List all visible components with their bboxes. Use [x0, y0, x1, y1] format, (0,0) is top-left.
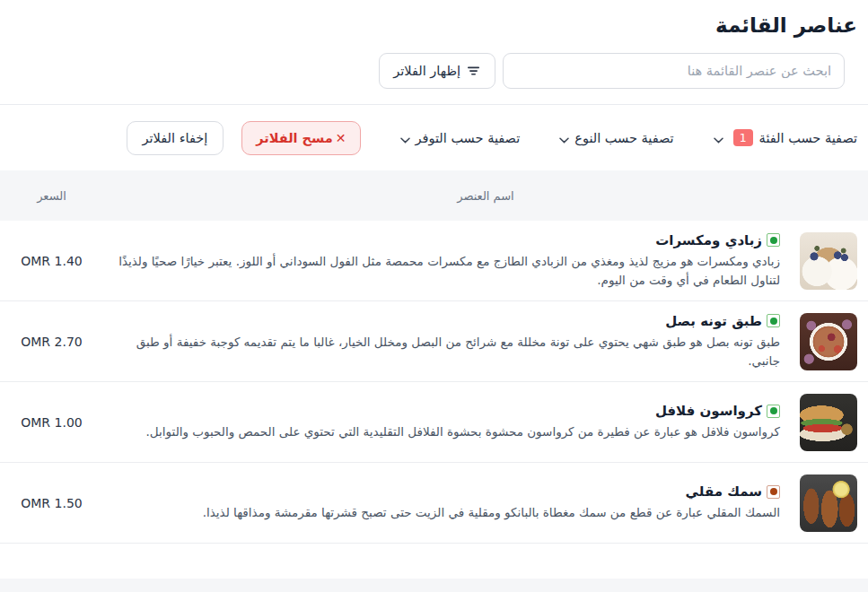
menu-items-page: عناصر القائمة إظهار الفلاتر تصفية حسب ال…	[0, 0, 868, 592]
fried-fish-photo	[800, 474, 857, 532]
item-price-cell: OMR 2.70	[0, 335, 103, 349]
filter-type-dropdown[interactable]: تصفية حسب النوع	[559, 130, 673, 146]
close-icon: ✕	[336, 132, 346, 144]
filter-bar: تصفية حسب الفئة 1 تصفية حسب النوع تصفية …	[0, 104, 868, 170]
veg-indicator-icon	[767, 405, 780, 418]
tuna-onion-dish-photo	[800, 313, 857, 370]
item-title-line: طبق تونه بصل	[114, 313, 780, 329]
item-price: OMR 2.70	[21, 335, 82, 349]
menu-items-list: زبادي ومكسرات زبادي ومكسرات هو مزيج لذيذ…	[0, 221, 868, 544]
item-name: طبق تونه بصل	[665, 313, 762, 329]
filter-availability-label: تصفية حسب التوفر	[416, 131, 521, 145]
non-veg-indicator-icon	[767, 485, 780, 499]
category-filter-count-badge: 1	[733, 129, 753, 147]
item-name: زبادي ومكسرات	[655, 232, 762, 248]
item-price-cell: OMR 1.00	[0, 415, 103, 430]
clear-filters-label: مسح الفلاتر	[256, 131, 333, 145]
item-price: OMR 1.00	[21, 415, 82, 430]
table-row[interactable]: كرواسون فلافل كرواسون فلافل هو عبارة عن …	[0, 382, 868, 463]
table-header-row: اسم العنصر السعر	[0, 170, 868, 221]
show-filters-label: إظهار الفلاتر	[393, 64, 460, 78]
item-description: طبق تونه بصل هو طبق شهي يحتوي على تونة م…	[114, 333, 780, 370]
item-price: OMR 1.50	[21, 496, 82, 510]
filter-category-dropdown[interactable]: تصفية حسب الفئة 1	[714, 129, 857, 147]
chevron-down-icon	[714, 132, 723, 146]
table-row[interactable]: زبادي ومكسرات زبادي ومكسرات هو مزيج لذيذ…	[0, 221, 868, 301]
item-text-block: كرواسون فلافل كرواسون فلافل هو عبارة عن …	[114, 403, 780, 441]
filter-lines-icon	[467, 65, 481, 77]
name-column-header: اسم العنصر	[103, 189, 868, 203]
item-name: سمك مقلي	[686, 483, 762, 500]
item-price-cell: OMR 1.50	[0, 496, 103, 510]
item-title-line: كرواسون فلافل	[114, 403, 780, 419]
item-name-cell: كرواسون فلافل كرواسون فلافل هو عبارة عن …	[103, 394, 868, 451]
bottom-band	[0, 579, 868, 592]
item-title-line: زبادي ومكسرات	[114, 232, 780, 248]
price-column-header: السعر	[0, 189, 103, 203]
table-row[interactable]: طبق تونه بصل طبق تونه بصل هو طبق شهي يحت…	[0, 301, 868, 382]
search-toolbar: إظهار الفلاتر	[0, 53, 868, 104]
yogurt-and-nuts-photo	[800, 232, 857, 290]
item-description: كرواسون فلافل هو عبارة عن فطيرة من كرواس…	[114, 422, 780, 441]
item-text-block: زبادي ومكسرات زبادي ومكسرات هو مزيج لذيذ…	[114, 232, 780, 290]
filter-availability-dropdown[interactable]: تصفية حسب التوفر	[400, 130, 521, 146]
item-name-cell: طبق تونه بصل طبق تونه بصل هو طبق شهي يحت…	[103, 313, 868, 370]
hide-filters-label: إخفاء الفلاتر	[143, 131, 208, 145]
show-filters-button[interactable]: إظهار الفلاتر	[379, 53, 495, 89]
item-text-block: سمك مقلي السمك المقلي عبارة عن قطع من سم…	[114, 483, 780, 522]
item-text-block: طبق تونه بصل طبق تونه بصل هو طبق شهي يحت…	[114, 313, 780, 370]
search-input[interactable]	[503, 53, 845, 89]
item-name-cell: زبادي ومكسرات زبادي ومكسرات هو مزيج لذيذ…	[103, 232, 868, 290]
item-description: زبادي ومكسرات هو مزيج لذيذ ومغذي من الزب…	[114, 252, 780, 290]
veg-indicator-icon	[767, 314, 780, 327]
page-title: عناصر القائمة	[11, 13, 857, 37]
filter-type-label: تصفية حسب النوع	[574, 131, 673, 145]
hide-filters-button[interactable]: إخفاء الفلاتر	[127, 121, 224, 155]
table-row[interactable]: سمك مقلي السمك المقلي عبارة عن قطع من سم…	[0, 463, 868, 544]
clear-filters-button[interactable]: ✕ مسح الفلاتر	[241, 121, 360, 155]
chevron-down-icon	[400, 132, 410, 146]
item-name-cell: سمك مقلي السمك المقلي عبارة عن قطع من سم…	[103, 474, 868, 532]
veg-indicator-icon	[767, 233, 780, 247]
item-description: السمك المقلي عبارة عن قطع من سمك مغطاة ب…	[114, 503, 780, 522]
chevron-down-icon	[559, 132, 569, 146]
item-price: OMR 1.40	[21, 254, 82, 268]
item-price-cell: OMR 1.40	[0, 254, 103, 268]
filter-category-label: تصفية حسب الفئة	[759, 131, 857, 145]
item-title-line: سمك مقلي	[114, 483, 780, 500]
falafel-croissant-photo	[800, 394, 857, 451]
item-name: كرواسون فلافل	[655, 403, 762, 419]
